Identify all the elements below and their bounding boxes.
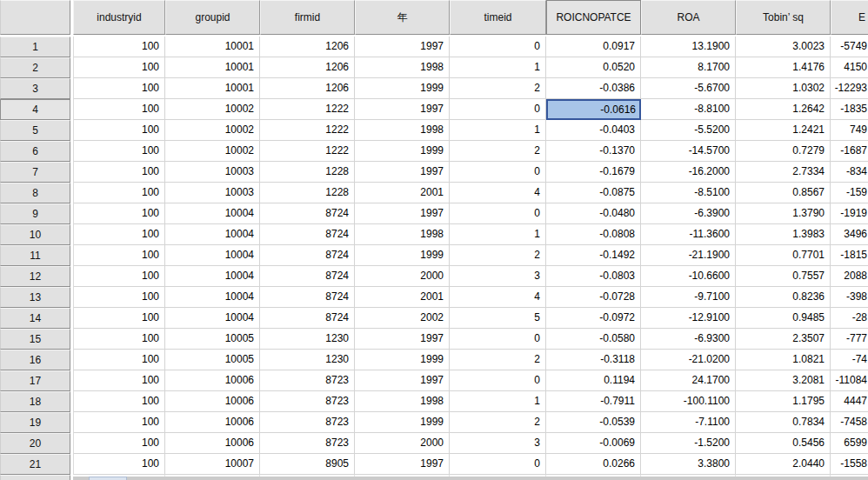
cell[interactable]: 8724 (260, 245, 355, 266)
cell[interactable]: 0.7834 (736, 412, 831, 433)
row-header-19[interactable]: 19 (0, 412, 70, 433)
cell[interactable]: 24.1700 (641, 370, 736, 391)
cell[interactable]: 10004 (165, 308, 260, 329)
cell[interactable]: 100 (73, 245, 165, 266)
cell[interactable]: 1997 (355, 37, 450, 57)
cell[interactable]: 100 (73, 454, 165, 475)
cell[interactable]: 2000 (355, 266, 450, 287)
column-header-clipped[interactable]: E (831, 0, 868, 35)
cell[interactable]: -8.5100 (641, 183, 736, 203)
cell[interactable]: -6.9300 (641, 329, 736, 350)
cell[interactable]: 10003 (165, 183, 260, 203)
cell[interactable]: -159 (831, 183, 868, 203)
cell[interactable]: 1998 (355, 120, 450, 141)
cell[interactable]: 1998 (355, 57, 450, 78)
cell[interactable]: -0.0386 (546, 78, 641, 99)
column-header-industryid[interactable]: industryid (73, 0, 165, 35)
row-header-17[interactable]: 17 (0, 370, 70, 391)
row-header-20[interactable]: 20 (0, 433, 70, 454)
cell[interactable]: 2002 (355, 308, 450, 329)
cell[interactable]: -1815 (831, 245, 868, 266)
cell[interactable]: 0.0266 (546, 454, 641, 475)
cell[interactable]: 8724 (260, 287, 355, 308)
cell[interactable]: 2001 (355, 183, 450, 203)
cell[interactable]: 4 (450, 183, 546, 203)
cell[interactable]: 3.0023 (736, 37, 831, 57)
row-header-10[interactable]: 10 (0, 224, 70, 245)
cell[interactable]: 1 (450, 391, 546, 412)
cell[interactable]: 1997 (355, 99, 450, 120)
cell[interactable]: 10006 (165, 412, 260, 433)
cell[interactable]: -74 (831, 350, 868, 370)
cell[interactable]: 1997 (355, 454, 450, 475)
row-header-12[interactable]: 12 (0, 266, 70, 287)
cell[interactable]: 3.3800 (641, 454, 736, 475)
cell[interactable]: 4150 (831, 57, 868, 78)
cell[interactable]: 1998 (355, 391, 450, 412)
cell[interactable]: -21.1900 (641, 245, 736, 266)
cell[interactable]: 0.7701 (736, 245, 831, 266)
horizontal-scrollbar[interactable] (73, 477, 868, 480)
cell[interactable]: 1998 (355, 224, 450, 245)
row-header-3[interactable]: 3 (0, 78, 70, 99)
cell[interactable]: -0.0808 (546, 224, 641, 245)
cell[interactable]: -16.2000 (641, 162, 736, 183)
cell[interactable]: 100 (73, 433, 165, 454)
row-header-7[interactable]: 7 (0, 162, 70, 183)
cell[interactable]: -5.6700 (641, 78, 736, 99)
cell[interactable]: -7458 (831, 412, 868, 433)
cell[interactable]: 0 (450, 370, 546, 391)
cell[interactable]: 5 (450, 308, 546, 329)
cell[interactable]: 1.2421 (736, 120, 831, 141)
cell[interactable]: 13.1900 (641, 37, 736, 57)
cell[interactable]: 8724 (260, 266, 355, 287)
cell[interactable]: -10.6600 (641, 266, 736, 287)
cell[interactable]: 10004 (165, 224, 260, 245)
cell[interactable]: 10006 (165, 391, 260, 412)
cell[interactable]: 10007 (165, 454, 260, 475)
cell[interactable]: 1 (450, 57, 546, 78)
cell[interactable]: -1.5200 (641, 433, 736, 454)
column-header-timeid[interactable]: timeid (450, 0, 546, 35)
cell[interactable]: 1.2642 (736, 99, 831, 120)
cell[interactable]: 100 (73, 162, 165, 183)
column-header-firmid[interactable]: firmid (260, 0, 355, 35)
cell[interactable]: -0.3118 (546, 350, 641, 370)
cell[interactable]: 2001 (355, 287, 450, 308)
cell[interactable]: 1.0821 (736, 350, 831, 370)
cell[interactable]: 10005 (165, 329, 260, 350)
cell[interactable]: -0.0875 (546, 183, 641, 203)
cell[interactable]: 8723 (260, 412, 355, 433)
cell[interactable]: -0.0480 (546, 203, 641, 224)
cell[interactable]: 100 (73, 391, 165, 412)
cell[interactable]: -0.0972 (546, 308, 641, 329)
cell[interactable]: -398 (831, 287, 868, 308)
cell[interactable]: 2.0440 (736, 454, 831, 475)
cell[interactable]: 1999 (355, 141, 450, 162)
column-header-roicnopatce[interactable]: ROICNOPATCE (546, 0, 641, 35)
cell[interactable]: 100 (73, 99, 165, 120)
cell[interactable]: -7.1100 (641, 412, 736, 433)
cell[interactable]: -14.5700 (641, 141, 736, 162)
cell[interactable]: 10005 (165, 350, 260, 370)
row-header-18[interactable]: 18 (0, 391, 70, 412)
row-header-4[interactable]: 4 (0, 99, 70, 120)
cell[interactable]: -1919 (831, 203, 868, 224)
cell[interactable]: 2.7334 (736, 162, 831, 183)
cell[interactable]: 10001 (165, 78, 260, 99)
cell[interactable]: -0.1370 (546, 141, 641, 162)
cell[interactable]: -1687 (831, 141, 868, 162)
row-header-14[interactable]: 14 (0, 308, 70, 329)
cell[interactable]: 1999 (355, 78, 450, 99)
cell[interactable]: 0.8567 (736, 183, 831, 203)
cell[interactable]: 1.3790 (736, 203, 831, 224)
cell[interactable]: 100 (73, 287, 165, 308)
row-header-2[interactable]: 2 (0, 57, 70, 78)
cell[interactable]: 100 (73, 350, 165, 370)
cell[interactable]: 3 (450, 433, 546, 454)
cell[interactable]: 2 (450, 141, 546, 162)
cell[interactable]: 3 (450, 266, 546, 287)
row-header-13[interactable]: 13 (0, 287, 70, 308)
cell[interactable]: 0 (450, 162, 546, 183)
cell[interactable]: -12.9100 (641, 308, 736, 329)
